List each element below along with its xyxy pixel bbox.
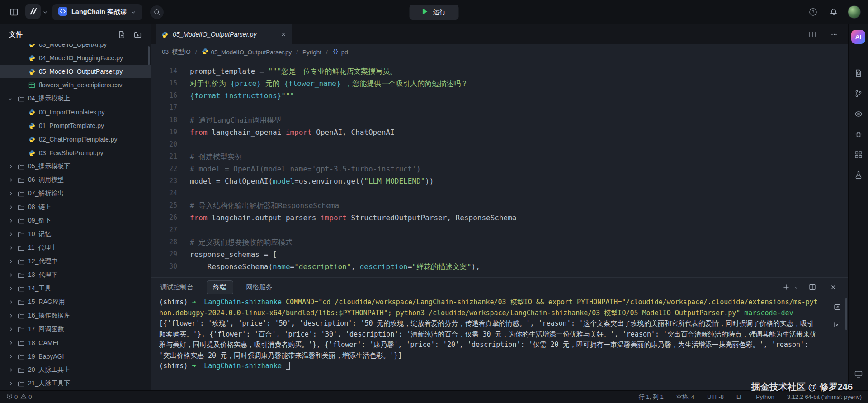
tab-close-icon[interactable] [280, 31, 287, 38]
run-button[interactable]: 运行 [410, 5, 459, 20]
code-line[interactable]: 30 ResponseSchema(name="description", de… [151, 261, 848, 273]
monitor-icon[interactable] [851, 366, 866, 382]
search-file-icon[interactable] [851, 66, 866, 81]
debug-icon[interactable] [851, 127, 866, 142]
split-editor-button[interactable] [806, 28, 819, 41]
tree-folder-item[interactable]: 18_CAMEL [0, 336, 151, 350]
tree-folder-item[interactable]: 05_提示模板下 [0, 160, 151, 173]
tree-folder-item[interactable]: 07_解析输出 [0, 187, 151, 200]
code-line[interactable]: 21# 创建模型实例 [151, 151, 848, 163]
status-item[interactable]: 空格: 4 [676, 393, 694, 401]
code-line[interactable]: 20 [151, 138, 848, 151]
tree-file-item[interactable]: 03_FewShotPrompt.py [0, 146, 151, 160]
code-line[interactable]: 18# 通过LangChain调用模型 [151, 114, 848, 126]
new-file-button[interactable] [117, 29, 127, 39]
code-line[interactable]: 15对于售价为 {price} 元的 {flower_name} ，您能提供一个… [151, 77, 848, 90]
line-number: 28 [151, 236, 177, 248]
close-panel-button[interactable] [826, 280, 840, 294]
notifications-bell-button[interactable] [827, 5, 840, 19]
panel-tab-terminal[interactable]: 终端 [207, 280, 233, 294]
git-branch-icon[interactable] [851, 86, 866, 101]
status-item[interactable]: LF [736, 394, 743, 400]
more-actions-button[interactable] [827, 28, 841, 41]
tree-file-item[interactable]: flowers_with_descriptions.csv [0, 78, 151, 92]
breadcrumb-item[interactable]: 03_模型IO [162, 48, 191, 56]
open-terminal-in-editor-button[interactable] [830, 300, 844, 314]
line-number: 22 [151, 163, 177, 175]
tree-folder-item[interactable]: 11_代理上 [0, 241, 151, 255]
tree-folder-item[interactable]: 17_回调函数 [0, 322, 151, 336]
breadcrumb-item[interactable]: Pyright [302, 49, 321, 56]
folder-icon [17, 299, 25, 306]
split-panel-button[interactable] [806, 280, 819, 294]
ai-logo[interactable]: AI [851, 30, 865, 44]
tree-file-item[interactable]: 01_PromptTemplate.py [0, 119, 151, 133]
help-button[interactable] [806, 5, 820, 19]
code-line[interactable]: 28# 定义我们想要接收的响应模式 [151, 236, 848, 248]
warning-count-group[interactable]: 0 [20, 393, 32, 401]
problems-indicator[interactable]: 0 0 [6, 393, 32, 401]
new-terminal-button[interactable] [779, 280, 798, 294]
terminal-output[interactable]: (shims) ➜ LangChain-shizhanke COMMAND="c… [151, 297, 848, 390]
tree-folder-item[interactable]: 19_BabyAGI [0, 350, 151, 363]
new-folder-button[interactable] [132, 29, 142, 39]
breadcrumb-item[interactable]: {}pd [332, 48, 348, 56]
panel-tab-network[interactable]: 网络服务 [245, 280, 274, 294]
tree-folder-item[interactable]: 14_工具 [0, 282, 151, 295]
tree-folder-item[interactable]: 13_代理下 [0, 268, 151, 282]
explorer-actions [117, 29, 142, 39]
status-item[interactable]: Python [756, 394, 774, 400]
code-line[interactable]: 29response_schemas = [ [151, 248, 848, 261]
status-item[interactable]: UTF-8 [707, 394, 724, 400]
tree-folder-item[interactable]: 15_RAG应用 [0, 295, 151, 309]
app-logo[interactable] [25, 4, 48, 21]
tree-folder-item[interactable]: 08_链上 [0, 200, 151, 214]
error-count-group[interactable]: 0 [6, 393, 18, 401]
sidebar-toggle-button[interactable] [7, 5, 21, 19]
user-avatar[interactable] [848, 5, 861, 19]
tree-folder-item[interactable]: 06_调用模型 [0, 173, 151, 187]
file-explorer-sidebar: 文件 03_ModelIO_OpenAI.py04_ModelIO_Huggin… [0, 24, 151, 390]
status-item[interactable]: 行 1, 列 1 [639, 393, 664, 401]
tree-folder-item[interactable]: 12_代理中 [0, 255, 151, 268]
project-badge[interactable]: LangChain 实战课 [52, 4, 142, 20]
code-line[interactable]: 25# 导入结构化输出解析器和ResponseSchema [151, 199, 848, 212]
code-line[interactable]: 17 [151, 102, 848, 114]
tree-item-label: flowers_with_descriptions.csv [39, 81, 122, 89]
code-line[interactable]: 27 [151, 224, 848, 236]
tree-folder-item[interactable]: 21_人脉工具下 [0, 377, 151, 390]
tree-folder-item[interactable]: 10_记忆 [0, 228, 151, 241]
panel-tab-debug-console[interactable]: 调试控制台 [159, 280, 195, 294]
tree-folder-item[interactable]: 20_人脉工具上 [0, 363, 151, 377]
code-line[interactable]: 26from langchain.output_parsers import S… [151, 212, 848, 224]
breadcrumb-item[interactable]: 05_ModelIO_OutputParser.py [202, 48, 292, 56]
line-number: 24 [151, 187, 177, 199]
code-line[interactable]: 22# model = OpenAI(model_name='gpt-3.5-t… [151, 163, 848, 175]
terminal-dropdown-chevron-icon[interactable] [794, 285, 798, 289]
tree-folder-item[interactable]: 16_操作数据库 [0, 309, 151, 322]
tree-folder-item[interactable]: 04_提示模板上 [0, 92, 151, 105]
code-line[interactable]: 19from langchain_openai import OpenAI, C… [151, 126, 848, 138]
terminal-scrollbar-thumb[interactable] [845, 298, 847, 330]
tree-file-item[interactable]: 00_ImportTemplates.py [0, 105, 151, 119]
tree-file-item[interactable]: 03_ModelIO_OpenAI.py [0, 44, 151, 51]
tree-folder-item[interactable]: 09_链下 [0, 214, 151, 228]
editor-tab[interactable]: 05_ModelIO_OutputParser.py [156, 24, 292, 44]
code-line[interactable]: 16{format_instructions}""" [151, 90, 848, 102]
tree-file-item[interactable]: 02_ChatPromptTemplate.py [0, 133, 151, 146]
code-line[interactable]: 24 [151, 187, 848, 199]
code-line[interactable]: 14prompt_template = """您是一位专业的鲜花店文案撰写员。 [151, 65, 848, 77]
eye-icon[interactable] [851, 106, 866, 122]
tree-file-item[interactable]: 04_ModelIO_HuggingFace.py [0, 51, 151, 65]
code-editor[interactable]: 14prompt_template = """您是一位专业的鲜花店文案撰写员。1… [151, 60, 848, 277]
status-item[interactable]: 3.12.2 64-bit ('shims': pyenv) [787, 394, 862, 400]
code-line[interactable]: 23model = ChatOpenAI(model=os.environ.ge… [151, 175, 848, 187]
line-number: 21 [151, 151, 177, 163]
extensions-icon[interactable] [851, 147, 866, 162]
move-panel-button[interactable] [830, 318, 844, 332]
global-search-button[interactable] [150, 5, 164, 19]
beaker-icon[interactable] [851, 167, 866, 183]
tree-file-item[interactable]: 05_ModelIO_OutputParser.py [0, 65, 151, 78]
breadcrumb-label: Pyright [302, 49, 321, 56]
sidebar-scrollbar-thumb[interactable] [148, 46, 150, 65]
